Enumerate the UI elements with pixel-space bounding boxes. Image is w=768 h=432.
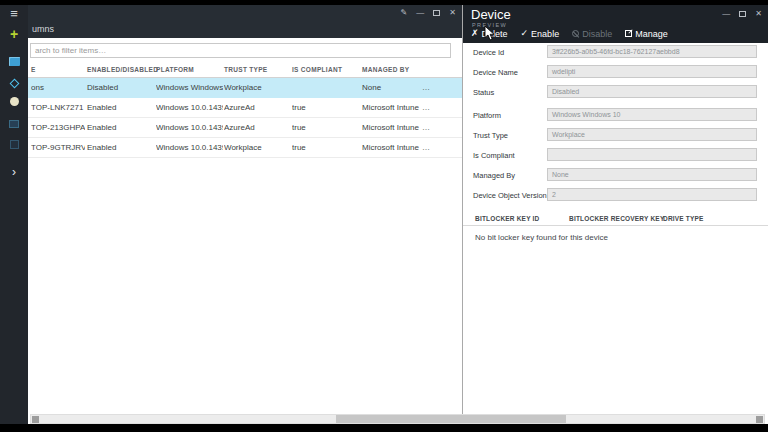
horizontal-scrollbar[interactable]	[30, 414, 765, 424]
minimize-icon[interactable]: —	[722, 9, 730, 19]
page-title: Device	[471, 7, 511, 22]
col-drive-type: DRIVE TYPE	[663, 215, 704, 222]
scroll-right-arrow[interactable]	[756, 416, 763, 423]
row-context-menu[interactable]: …	[422, 123, 448, 132]
device-object-version-input: 2	[547, 188, 757, 201]
edit-pencil-icon[interactable]: ✎	[401, 8, 408, 18]
list-blade-header: umns ✎ — ✕	[28, 5, 462, 38]
table-row-selected[interactable]: ons Disabled Windows Windows 10 Workplac…	[28, 78, 462, 98]
app-services-icon[interactable]	[0, 117, 28, 131]
field-device-id: Device Id 3ff226b5-a0b5-46fd-bc18-762127…	[463, 45, 768, 60]
scroll-left-arrow[interactable]	[32, 416, 39, 423]
managed-by-input: None	[547, 168, 757, 181]
maximize-icon[interactable]	[739, 11, 746, 17]
device-id-input: 3ff226b5-a0b5-46fd-bc18-762127aebbd8	[547, 45, 757, 58]
close-icon[interactable]: ✕	[755, 9, 762, 19]
row-context-menu[interactable]: …	[422, 103, 448, 112]
bitlocker-table-header: BITLOCKER KEY ID BITLOCKER RECOVERY KEY …	[463, 212, 768, 226]
col-bitlocker-recovery-key: BITLOCKER RECOVERY KEY	[569, 215, 664, 222]
field-platform: Platform Windows Windows 10	[463, 108, 768, 123]
bitlocker-empty-message: No bit locker key found for this device	[475, 233, 608, 242]
device-detail-panel: Device PREVIEW — ✕ ✗ Delete ✓ Enable Dis…	[462, 5, 768, 424]
expand-sidebar-icon[interactable]: ›	[0, 165, 28, 179]
field-managed-by: Managed By None	[463, 168, 768, 183]
trust-type-input: Workplace	[547, 128, 757, 141]
col-is-compliant[interactable]: IS COMPLIANT	[292, 66, 342, 73]
field-trust-type: Trust Type Workplace	[463, 128, 768, 143]
check-icon: ✓	[521, 29, 529, 38]
row-context-menu[interactable]: …	[422, 143, 448, 152]
vm-icon[interactable]	[0, 137, 28, 151]
device-list-blade: umns ✎ — ✕ E ENABLED/DISABLED PLATFORM T…	[28, 5, 462, 424]
hamburger-menu-icon[interactable]: ≡	[0, 7, 28, 21]
disable-button[interactable]: Disable	[572, 29, 612, 39]
device-panel-header: Device PREVIEW — ✕ ✗ Delete ✓ Enable Dis…	[463, 5, 768, 43]
col-bitlocker-key-id: BITLOCKER KEY ID	[475, 215, 539, 222]
table-row[interactable]: TOP-213GHPA Enabled Windows 10.0.1439… A…	[28, 118, 462, 138]
minimize-icon[interactable]: —	[416, 8, 424, 18]
close-icon[interactable]: ✕	[449, 8, 456, 18]
device-toolbar: ✗ Delete ✓ Enable Disable Manage	[471, 27, 668, 40]
is-compliant-input	[547, 148, 757, 161]
field-status: Status Disabled	[463, 85, 768, 100]
status-input: Disabled	[547, 85, 757, 98]
table-header-row: E ENABLED/DISABLED PLATFORM TRUST TYPE I…	[28, 62, 462, 78]
col-name[interactable]: E	[31, 66, 36, 73]
device-name-input: wdelipti	[547, 65, 757, 78]
col-platform[interactable]: PLATFORM	[156, 66, 194, 73]
dashboard-icon[interactable]	[0, 54, 28, 68]
platform-input: Windows Windows 10	[547, 108, 757, 121]
columns-button[interactable]: umns	[32, 24, 54, 34]
manage-button[interactable]: Manage	[625, 29, 668, 39]
field-is-compliant: Is Compliant	[463, 148, 768, 163]
field-device-name: Device Name wdelipti	[463, 65, 768, 80]
resource-groups-icon[interactable]	[0, 76, 28, 90]
enable-button[interactable]: ✓ Enable	[521, 29, 560, 39]
delete-x-icon: ✗	[471, 29, 479, 38]
mouse-cursor	[484, 26, 496, 42]
table-row[interactable]: TOP-9GTRJRV Enabled Windows 10.0.1439… W…	[28, 138, 462, 158]
scrollbar-thumb[interactable]	[336, 415, 566, 423]
col-trust-type[interactable]: TRUST TYPE	[224, 66, 267, 73]
new-resource-icon[interactable]: +	[0, 27, 28, 41]
table-row[interactable]: TOP-LNK7271 Enabled Windows 10.0.1439… A…	[28, 98, 462, 118]
col-enabled[interactable]: ENABLED/DISABLED	[87, 66, 158, 73]
left-nav-sidebar: ≡ + ›	[0, 5, 28, 424]
prohibition-icon	[572, 30, 579, 37]
external-link-icon	[625, 30, 632, 37]
col-managed-by[interactable]: MANAGED BY	[362, 66, 409, 73]
field-device-object-version: Device Object Version 2	[463, 188, 768, 203]
maximize-icon[interactable]	[433, 10, 440, 16]
row-context-menu[interactable]: …	[422, 83, 448, 92]
recent-clock-icon[interactable]	[0, 94, 28, 108]
filter-search-input[interactable]	[30, 43, 451, 58]
